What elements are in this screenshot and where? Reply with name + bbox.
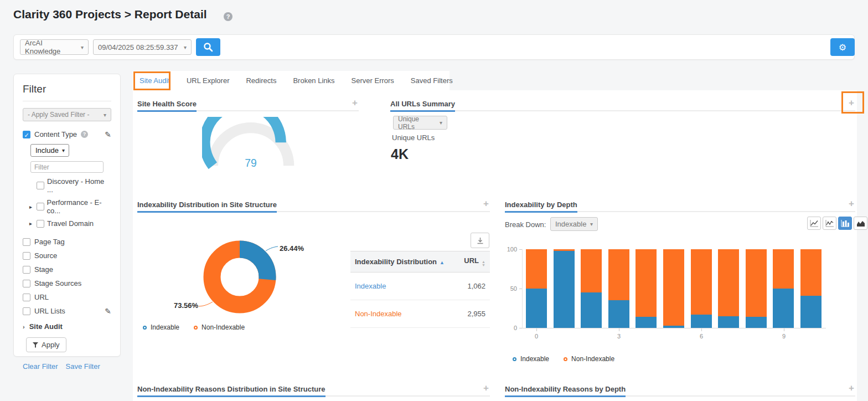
x-axis-line <box>522 328 826 328</box>
legend-item-non-indexable[interactable]: Non-Indexable <box>194 323 245 331</box>
y-axis-tick-label: 50 <box>502 285 517 292</box>
content-type-edit-icon[interactable]: ✎ <box>105 130 111 139</box>
panel-title: Site Health Score <box>137 100 197 112</box>
spline-chart-button[interactable] <box>823 217 836 230</box>
tab-redirects[interactable]: Redirects <box>246 76 276 85</box>
x-axis-tick-label: 3 <box>613 333 624 340</box>
url-lists-edit-icon[interactable]: ✎ <box>105 307 111 316</box>
table-sort-header-url[interactable]: URL▲▼ <box>464 256 485 267</box>
chevron-down-icon: ▾ <box>62 147 65 153</box>
content-type-filter-input[interactable] <box>30 161 104 173</box>
indexability-table: Indexability Distribution▲ URL▲▼ Indexab… <box>350 251 490 328</box>
chevron-down-icon: ▾ <box>104 112 106 118</box>
gear-icon: ⚙ <box>839 42 846 53</box>
add-widget-button[interactable]: + <box>849 198 854 209</box>
add-widget-button[interactable]: + <box>849 97 854 109</box>
legend-marker-icon <box>143 326 147 330</box>
legend-marker-icon <box>513 357 516 361</box>
tab-site-audit[interactable]: Site Audit <box>140 76 170 85</box>
panel-title: Indexability Distribution in Site Struct… <box>137 200 277 213</box>
all-urls-panel-header: All URLs Summary + <box>390 99 855 111</box>
option-label: Discovery - Home ... <box>47 177 111 194</box>
metric-select[interactable]: Unique URLs ▾ <box>393 116 447 130</box>
legend-item-indexable[interactable]: Indexable <box>143 323 179 331</box>
content-type-help-icon[interactable]: ? <box>81 131 88 138</box>
depth-bar <box>581 249 602 328</box>
break-down-value: Indexable <box>555 220 586 228</box>
search-button[interactable] <box>196 38 220 56</box>
x-tick <box>784 328 784 331</box>
checkbox-label: Stage Sources <box>34 279 81 287</box>
project-select-value: ArcAI Knowledge <box>25 39 78 55</box>
depth-bar <box>526 249 547 328</box>
x-axis-tick-label: 6 <box>696 333 707 340</box>
tab-url-explorer[interactable]: URL Explorer <box>187 76 230 85</box>
depth-bar <box>608 249 629 328</box>
stage-checkbox[interactable] <box>23 266 30 274</box>
depth-bar <box>773 249 794 328</box>
snapshot-date-select[interactable]: 09/04/2025 08:25:59.337 ▾ <box>93 39 192 55</box>
label-connector <box>198 302 213 306</box>
source-checkbox[interactable] <box>23 252 30 260</box>
option-label: Travel Domain <box>47 219 94 228</box>
legend-label: Indexable <box>151 323 179 331</box>
add-widget-button[interactable]: + <box>849 383 854 394</box>
url-lists-checkbox[interactable] <box>23 307 30 315</box>
table-sort-header-label[interactable]: Indexability Distribution▲ <box>355 258 445 266</box>
tab-broken-links[interactable]: Broken Links <box>293 76 334 85</box>
download-table-button[interactable] <box>471 233 489 248</box>
filter-panel-title: Filter <box>23 83 111 95</box>
indexable-link[interactable]: Indexable <box>355 282 386 290</box>
settings-button[interactable]: ⚙ <box>830 38 855 56</box>
column-chart-button[interactable] <box>838 217 852 230</box>
page-title: Clarity 360 Projects > Report Detail <box>13 8 207 21</box>
area-chart-button[interactable] <box>854 217 867 230</box>
chart-type-toggle <box>807 217 867 230</box>
depth-stacked-bar-chart[interactable] <box>526 249 822 328</box>
sidebar-site-audit-link[interactable]: › Site Audit <box>23 322 111 331</box>
table-row: Indexable 1,062 <box>350 273 490 300</box>
x-axis-tick-label: 0 <box>531 333 542 340</box>
legend-item-non-indexable[interactable]: Non-Indexable <box>564 355 614 363</box>
tab-saved-filters[interactable]: Saved Filters <box>411 76 453 85</box>
clear-filter-link[interactable]: Clear Filter <box>23 362 58 371</box>
url-count: 2,955 <box>467 310 485 318</box>
add-widget-button[interactable]: + <box>483 383 489 394</box>
chevron-down-icon: ▾ <box>184 44 187 50</box>
depth-bar <box>554 249 575 328</box>
checkbox-label: Source <box>34 251 57 260</box>
page-help-icon[interactable]: ? <box>224 12 232 21</box>
depth-bar <box>636 249 657 328</box>
indexability-by-depth-panel-header: Indexability by Depth + <box>505 199 855 212</box>
metric-select-value: Unique URLs <box>398 115 436 131</box>
break-down-select[interactable]: Indexable ▾ <box>550 217 598 231</box>
add-widget-button[interactable]: + <box>483 198 489 209</box>
tab-server-errors[interactable]: Server Errors <box>352 76 394 85</box>
content-type-checkbox[interactable]: ✓ <box>23 131 30 138</box>
option-checkbox[interactable] <box>37 182 44 189</box>
legend-label: Non-Indexable <box>202 323 245 331</box>
depth-bar <box>718 249 739 328</box>
stage-sources-checkbox[interactable] <box>23 280 30 287</box>
include-select[interactable]: Include ▾ <box>30 144 69 157</box>
expand-arrow-icon[interactable]: ▸ <box>29 220 34 227</box>
page-tag-checkbox[interactable] <box>23 238 30 246</box>
x-tick <box>619 328 619 331</box>
option-checkbox[interactable] <box>37 220 44 228</box>
url-checkbox[interactable] <box>23 294 30 301</box>
depth-chart-legend: Indexable Non-Indexable <box>513 355 614 363</box>
line-chart-button[interactable] <box>807 217 821 230</box>
saved-filter-select[interactable]: - Apply Saved Filter - ▾ <box>23 108 111 121</box>
add-widget-button[interactable]: + <box>352 97 358 109</box>
project-select[interactable]: ArcAI Knowledge ▾ <box>20 39 89 55</box>
option-label: Performance - E-co... <box>47 198 111 215</box>
legend-item-indexable[interactable]: Indexable <box>513 355 549 363</box>
apply-filter-button[interactable]: Apply <box>26 337 66 352</box>
save-filter-link[interactable]: Save Filter <box>66 362 100 371</box>
option-checkbox[interactable] <box>37 203 44 210</box>
include-value: Include <box>35 146 59 155</box>
legend-marker-icon <box>564 357 567 361</box>
expand-arrow-icon[interactable]: ▸ <box>29 204 34 210</box>
depth-bar <box>746 249 767 328</box>
non-indexable-link[interactable]: Non-Indexable <box>355 310 402 318</box>
